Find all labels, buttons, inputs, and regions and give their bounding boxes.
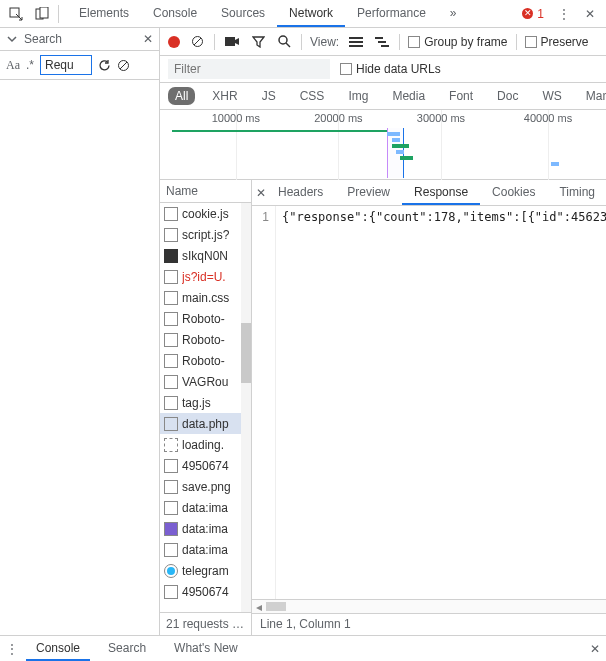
error-count: 1 [537,7,544,21]
type-xhr[interactable]: XHR [205,87,244,105]
request-row[interactable]: sIkqN0N [160,245,251,266]
preserve-log-checkbox[interactable]: Preserve [525,35,589,49]
request-row[interactable]: js?id=U. [160,266,251,287]
type-img[interactable]: Img [341,87,375,105]
drawer-tab-whatsnew[interactable]: What's New [164,636,248,661]
request-row[interactable]: save.png [160,476,251,497]
tab-timing[interactable]: Timing [547,180,606,205]
file-icon [164,228,178,242]
request-row[interactable]: Roboto- [160,308,251,329]
type-css[interactable]: CSS [293,87,332,105]
request-row[interactable]: loading. [160,434,251,455]
request-name: tag.js [182,396,211,410]
request-row[interactable]: script.js? [160,224,251,245]
match-case-icon[interactable]: Aa [6,58,20,73]
scroll-left-icon[interactable]: ◂ [252,600,266,613]
search-input[interactable] [40,55,92,75]
request-row[interactable]: 4950674 [160,455,251,476]
file-icon [164,438,178,452]
tab-performance[interactable]: Performance [345,0,438,27]
request-row[interactable]: Roboto- [160,329,251,350]
tabs-overflow-icon[interactable]: » [438,0,469,27]
inspect-icon[interactable] [4,2,28,26]
network-panel: View: Group by frame Preserve Hide data … [160,28,606,635]
request-row[interactable]: data.php [160,413,251,434]
scrollbar-thumb[interactable] [241,323,251,383]
main-tabs: Elements Console Sources Network Perform… [67,0,469,27]
column-header-name[interactable]: Name [160,180,251,203]
stop-clear-icon[interactable] [188,33,206,51]
request-row[interactable]: cookie.js [160,203,251,224]
request-list: Name cookie.jsscript.js?sIkqN0Njs?id=U.m… [160,180,252,635]
request-name: save.png [182,480,231,494]
request-name: cookie.js [182,207,229,221]
search-close-icon[interactable]: ✕ [143,32,153,46]
filter-icon[interactable] [249,33,267,51]
request-row[interactable]: Roboto- [160,350,251,371]
request-name: data:ima [182,501,228,515]
refresh-icon[interactable] [98,59,111,72]
type-doc[interactable]: Doc [490,87,525,105]
camera-icon[interactable] [223,33,241,51]
chevron-down-icon[interactable] [6,33,18,45]
tab-response[interactable]: Response [402,180,480,205]
scrollbar-thumb[interactable] [266,602,286,611]
error-badge[interactable]: ✕ 1 [522,7,544,21]
close-detail-icon[interactable]: ✕ [256,186,266,200]
tab-cookies[interactable]: Cookies [480,180,547,205]
status-bar: Line 1, Column 1 [252,613,606,635]
svg-line-9 [286,43,290,47]
request-row[interactable]: VAGRou [160,371,251,392]
clear-icon[interactable] [117,59,130,72]
close-devtools-icon[interactable]: ✕ [578,2,602,26]
drawer-tab-search[interactable]: Search [98,636,156,661]
type-font[interactable]: Font [442,87,480,105]
type-media[interactable]: Media [385,87,432,105]
drawer: ⋮ Console Search What's New ✕ [0,635,606,661]
search-title: Search [24,32,137,46]
scrollbar[interactable] [241,203,251,612]
tab-preview[interactable]: Preview [335,180,402,205]
tick-label: 10000 ms [212,112,260,124]
drawer-tab-console[interactable]: Console [26,636,90,661]
file-icon [164,564,178,578]
horizontal-scrollbar[interactable]: ◂ [252,599,606,613]
drawer-close-icon[interactable]: ✕ [590,642,600,656]
request-row[interactable]: data:ima [160,497,251,518]
response-body[interactable]: {"response":{"count":178,"items":[{"id":… [276,206,606,599]
request-row[interactable]: 4950674 [160,581,251,602]
request-name: telegram [182,564,229,578]
filter-input[interactable] [168,59,330,79]
search-icon[interactable] [275,33,293,51]
drawer-more-icon[interactable]: ⋮ [6,642,18,656]
devtools-top-bar: Elements Console Sources Network Perform… [0,0,606,28]
tab-headers[interactable]: Headers [266,180,335,205]
request-row[interactable]: data:ima [160,518,251,539]
regex-icon[interactable]: .* [26,58,34,72]
type-manifest[interactable]: Manifest [579,87,606,105]
type-all[interactable]: All [168,87,195,105]
search-panel: Search ✕ Aa .* [0,28,160,635]
record-icon[interactable] [168,36,180,48]
tab-console[interactable]: Console [141,0,209,27]
request-row[interactable]: data:ima [160,539,251,560]
type-ws[interactable]: WS [535,87,568,105]
more-icon[interactable]: ⋮ [552,2,576,26]
tab-sources[interactable]: Sources [209,0,277,27]
request-row[interactable]: telegram [160,560,251,581]
tab-elements[interactable]: Elements [67,0,141,27]
type-js[interactable]: JS [255,87,283,105]
tick-label: 30000 ms [417,112,465,124]
request-row[interactable]: tag.js [160,392,251,413]
request-name: sIkqN0N [182,249,228,263]
request-row[interactable]: main.css [160,287,251,308]
tab-network[interactable]: Network [277,0,345,27]
file-icon [164,270,178,284]
view-list-icon[interactable] [347,33,365,51]
view-waterfall-icon[interactable] [373,33,391,51]
hide-data-urls-checkbox[interactable]: Hide data URLs [340,62,441,76]
file-icon [164,501,178,515]
group-by-frame-checkbox[interactable]: Group by frame [408,35,507,49]
device-toggle-icon[interactable] [30,2,54,26]
timeline-overview[interactable]: 10000 ms 20000 ms 30000 ms 40000 ms [160,110,606,180]
